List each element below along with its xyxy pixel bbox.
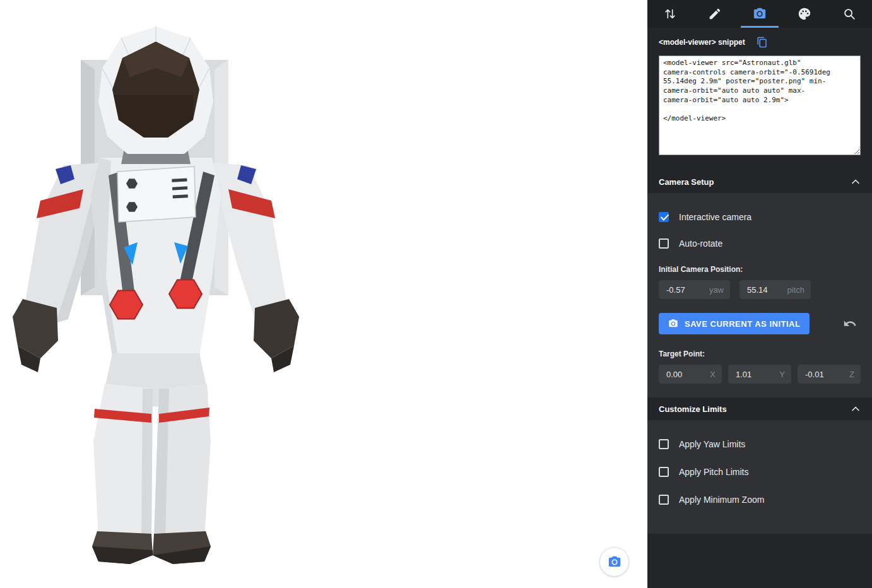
pitch-suffix: pitch [787,285,804,295]
interactive-camera-label: Interactive camera [679,212,751,222]
target-y-suffix: Y [779,370,785,379]
snippet-title: <model-viewer> snippet [659,38,745,47]
target-y-value: 1.01 [736,370,751,379]
target-z-value: -0.01 [805,370,824,379]
apply-minimum-zoom-row[interactable]: Apply Minimum Zoom [659,495,861,505]
target-z-suffix: Z [849,370,854,379]
apply-yaw-limits-row[interactable]: Apply Yaw Limits [659,439,861,449]
camera-setup-title: Camera Setup [659,177,714,187]
apply-minimum-zoom-checkbox[interactable] [659,495,669,505]
pitch-field[interactable]: 55.14 pitch [739,280,811,299]
camera-icon [608,555,622,569]
download-screenshot-button[interactable] [599,547,629,577]
customize-limits-title: Customize Limits [659,404,727,414]
model-viewport[interactable] [0,0,647,588]
undo-icon[interactable] [843,317,857,331]
camera-icon [753,7,767,21]
target-y-field[interactable]: 1.01 Y [728,365,791,384]
save-button-label: SAVE CURRENT AS INITIAL [685,319,800,329]
snippet-section: <model-viewer> snippet <model-viewer src… [647,28,872,170]
interactive-camera-checkbox[interactable] [659,212,669,222]
apply-pitch-limits-label: Apply Pitch Limits [679,467,748,477]
target-z-field[interactable]: -0.01 Z [798,365,861,384]
apply-pitch-limits-row[interactable]: Apply Pitch Limits [659,467,861,477]
camera-setup-body: Interactive camera Auto-rotate Initial C… [647,193,872,397]
auto-rotate-label: Auto-rotate [679,238,722,249]
tab-dimensions[interactable] [647,0,692,28]
chevron-up-icon [849,403,862,415]
yaw-value: -0.57 [666,285,685,295]
pencil-icon [708,7,722,21]
astronaut-3d-model[interactable] [0,0,647,588]
tab-camera[interactable] [737,0,782,28]
editor-panel: <model-viewer> snippet <model-viewer src… [647,0,872,588]
camera-icon [668,319,678,329]
panel-filler [647,534,872,588]
save-current-as-initial-button[interactable]: SAVE CURRENT AS INITIAL [659,313,810,334]
interactive-camera-checkbox-row[interactable]: Interactive camera [659,212,861,222]
apply-minimum-zoom-label: Apply Minimum Zoom [679,495,764,505]
apply-yaw-limits-checkbox[interactable] [659,439,669,449]
yaw-suffix: yaw [709,285,724,295]
panel-toolbar [647,0,872,28]
apply-yaw-limits-label: Apply Yaw Limits [679,439,745,449]
tab-inspector[interactable] [827,0,872,28]
initial-camera-position-label: Initial Camera Position: [659,265,861,274]
palette-icon [798,7,811,21]
target-point-label: Target Point: [659,350,861,358]
pitch-value: 55.14 [747,285,768,295]
arrows-up-down-icon [663,7,677,21]
camera-setup-header[interactable]: Camera Setup [647,170,872,193]
target-x-value: 0.00 [666,370,682,379]
search-icon [842,7,856,21]
target-x-field[interactable]: 0.00 X [659,365,722,384]
apply-pitch-limits-checkbox[interactable] [659,467,669,477]
target-x-suffix: X [710,370,716,379]
chevron-up-icon [849,175,862,188]
tab-edit[interactable] [692,0,737,28]
auto-rotate-checkbox[interactable] [659,238,669,249]
yaw-field[interactable]: -0.57 yaw [659,280,730,299]
snippet-code-editor[interactable]: <model-viewer src="Astronaut.glb" camera… [659,56,861,155]
tab-materials[interactable] [782,0,827,28]
auto-rotate-checkbox-row[interactable]: Auto-rotate [659,238,861,249]
customize-limits-body: Apply Yaw Limits Apply Pitch Limits Appl… [647,420,872,534]
customize-limits-header[interactable]: Customize Limits [647,397,872,420]
copy-icon[interactable] [757,37,768,48]
